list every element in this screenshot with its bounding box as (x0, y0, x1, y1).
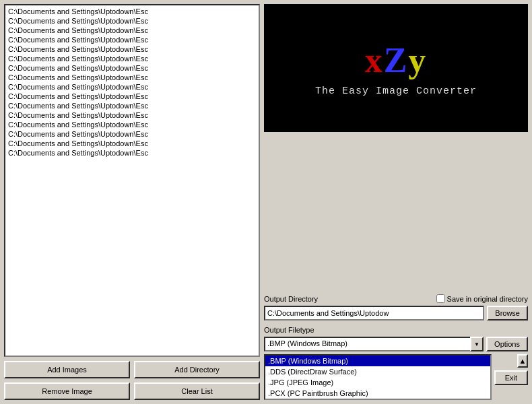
list-item[interactable]: C:\Documents and Settings\Uptodown\Esc (7, 92, 257, 101)
add-directory-button[interactable]: Add Directory (134, 361, 260, 378)
dropdown-open-list[interactable]: .BMP (Windows Bitmap).DDS (DirectDraw Su… (264, 354, 492, 400)
logo-subtitle: The Easy Image Converter (315, 86, 477, 97)
list-item[interactable]: C:\Documents and Settings\Uptodown\Esc (7, 120, 257, 129)
mid-area (264, 135, 528, 289)
output-dir-row: Output Directory Save in original direct… (264, 294, 528, 303)
list-item[interactable]: C:\Documents and Settings\Uptodown\Esc (7, 129, 257, 139)
list-item[interactable]: C:\Documents and Settings\Uptodown\Esc (7, 73, 257, 82)
output-path-row: Browse (264, 306, 528, 321)
list-item[interactable]: C:\Documents and Settings\Uptodown\Esc (7, 35, 257, 44)
button-row-top: Add Images Add Directory (4, 361, 260, 378)
add-images-button[interactable]: Add Images (4, 361, 130, 378)
filetype-label: Output Filetype (264, 326, 528, 334)
filetype-row: .BMP (Windows Bitmap) ▼ Options (264, 337, 528, 351)
remove-image-button[interactable]: Remove Image (4, 382, 130, 400)
list-item[interactable]: C:\Documents and Settings\Uptodown\Esc (7, 110, 257, 120)
list-item[interactable]: C:\Documents and Settings\Uptodown\Esc (7, 26, 257, 35)
save-original-text: Save in original directory (447, 295, 528, 303)
right-panel: xZy The Easy Image Converter Output Dire… (264, 4, 528, 400)
file-list[interactable]: C:\Documents and Settings\Uptodown\EscC:… (4, 4, 260, 357)
list-item[interactable]: C:\Documents and Settings\Uptodown\Esc (7, 63, 257, 73)
dropdown-scroll[interactable]: ▲ (517, 354, 528, 368)
options-button[interactable]: Options (486, 337, 528, 351)
dropdown-arrow[interactable]: ▼ (470, 337, 484, 351)
left-panel: C:\Documents and Settings\Uptodown\EscC:… (4, 4, 260, 400)
dropdown-item[interactable]: .JPG (JPEG Image) (265, 377, 490, 388)
dropdown-item[interactable]: .BMP (Windows Bitmap) (265, 356, 490, 366)
button-row-bottom: Remove Image Clear List (4, 382, 260, 400)
list-item[interactable]: C:\Documents and Settings\Uptodown\Esc (7, 7, 257, 16)
output-path-input[interactable] (264, 306, 484, 321)
save-original-label[interactable]: Save in original directory (436, 294, 528, 303)
logo-text: xZy (365, 40, 428, 80)
dropdown-item[interactable]: .PCX (PC Paintbrush Graphic) (265, 388, 490, 399)
list-item[interactable]: C:\Documents and Settings\Uptodown\Esc (7, 101, 257, 110)
output-directory-label: Output Directory (264, 295, 318, 303)
list-item[interactable]: C:\Documents and Settings\Uptodown\Esc (7, 16, 257, 26)
clear-list-button[interactable]: Clear List (134, 382, 260, 400)
dropdown-list-area: .BMP (Windows Bitmap).DDS (DirectDraw Su… (264, 354, 492, 400)
list-item[interactable]: C:\Documents and Settings\Uptodown\Esc (7, 44, 257, 54)
save-original-checkbox[interactable] (436, 294, 445, 303)
list-item[interactable]: C:\Documents and Settings\Uptodown\Esc (7, 139, 257, 148)
right-side-buttons: ▲ Exit (494, 354, 528, 385)
dropdown-footer-row: .BMP (Windows Bitmap).DDS (DirectDraw Su… (264, 354, 528, 400)
exit-button[interactable]: Exit (494, 370, 528, 385)
logo-x: x (365, 41, 384, 79)
list-item[interactable]: C:\Documents and Settings\Uptodown\Esc (7, 54, 257, 63)
logo-z: Z (384, 41, 409, 79)
filetype-display[interactable]: .BMP (Windows Bitmap) (264, 337, 484, 351)
dropdown-item[interactable]: .DDS (DirectDraw Surface) (265, 366, 490, 377)
list-item[interactable]: C:\Documents and Settings\Uptodown\Esc (7, 148, 257, 158)
list-item[interactable]: C:\Documents and Settings\Uptodown\Esc (7, 82, 257, 92)
filetype-select-wrapper[interactable]: .BMP (Windows Bitmap) ▼ (264, 337, 484, 351)
browse-button[interactable]: Browse (487, 306, 528, 321)
logo-area: xZy The Easy Image Converter (264, 4, 528, 132)
logo-y: y (408, 41, 427, 79)
